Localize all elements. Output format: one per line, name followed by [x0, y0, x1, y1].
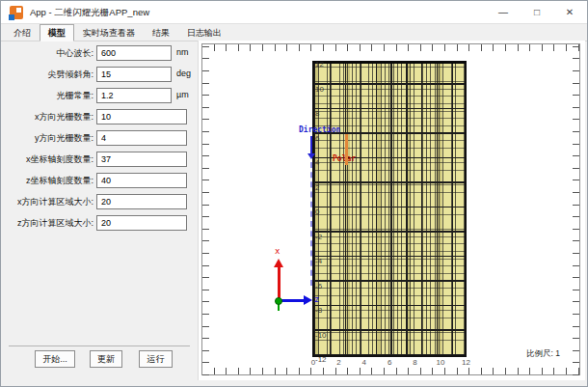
field-unit: deg	[176, 69, 191, 78]
axis-x-arrow	[278, 266, 281, 301]
app-window: App - 二维闪耀光栅APP_new —□✕ 介绍模型实时场查看器结果日志输出…	[0, 0, 588, 387]
ruler-bottom	[201, 368, 580, 375]
field-label: z方向计算区域大小:	[1, 217, 94, 230]
update-button[interactable]: 更新	[90, 350, 122, 368]
field-label: y方向光栅数量:	[1, 132, 94, 145]
y-tick-label: 10	[315, 85, 324, 94]
field-label: 光栅常量:	[1, 90, 94, 102]
x-tick-label: 4	[357, 358, 372, 367]
field-input-5[interactable]	[96, 152, 187, 167]
y-tick-label: 0	[315, 207, 319, 216]
parameter-panel: 中心波长:nm尖劈倾斜角:deg光栅常量:µmx方向光栅数量:y方向光栅数量:x…	[1, 41, 198, 387]
form-row: z方向计算区域大小:	[1, 215, 198, 231]
app-icon	[10, 6, 23, 19]
axis-z-arrowhead-icon	[304, 295, 312, 305]
y-tick-label: 6	[315, 134, 319, 143]
form-row: x方向计算区域大小:	[1, 194, 198, 209]
x-tick-label: 6	[382, 358, 397, 367]
field-label: 中心波长:	[1, 47, 94, 60]
axis-origin-dot	[275, 297, 282, 305]
y-tick-label: 2	[315, 183, 319, 192]
form-row: 中心波长:nm	[1, 45, 198, 61]
y-tick-label: -8	[315, 306, 322, 315]
form-row: x坐标轴刻度数量:	[1, 152, 198, 167]
direction-annotation: Direction	[299, 125, 340, 134]
x-tick-label: 12	[458, 358, 473, 367]
field-input-4[interactable]	[96, 130, 187, 146]
field-input-6[interactable]	[96, 173, 187, 188]
axis-z-arrow	[279, 299, 306, 302]
divider-line	[9, 346, 190, 346]
axis-x-arrowhead-icon	[274, 259, 283, 267]
polarization-marker	[345, 134, 348, 165]
field-label: x坐标轴刻度数量:	[1, 153, 94, 166]
tab-介绍[interactable]: 介绍	[5, 24, 40, 41]
field-label: 尖劈倾斜角:	[1, 69, 94, 81]
x-tick-label: 2	[331, 358, 346, 367]
start-button[interactable]: 开始...	[35, 350, 75, 368]
form-row: y方向光栅数量:	[1, 130, 198, 146]
direction-arrowhead-icon	[307, 153, 315, 159]
grating-mesh	[312, 61, 467, 357]
field-input-7[interactable]	[96, 194, 187, 209]
field-label: x方向光栅数量:	[1, 111, 94, 124]
field-unit: nm	[176, 47, 189, 57]
y-tick-label: 8	[315, 109, 319, 118]
tab-bar: 介绍模型实时场查看器结果日志输出	[1, 24, 587, 41]
field-input-1[interactable]	[96, 67, 172, 82]
window-title: App - 二维闪耀光栅APP_new	[30, 1, 149, 24]
tab-日志输出[interactable]: 日志输出	[178, 24, 230, 41]
scale-indicator: 比例尺: 1	[526, 348, 560, 360]
axis-z-label: z	[314, 294, 319, 304]
y-tick-label: 4	[315, 158, 319, 167]
form-row: 光栅常量:µm	[1, 88, 198, 103]
field-input-0[interactable]	[96, 45, 172, 61]
y-tick-label: -4	[315, 257, 322, 265]
y-tick-label: -10	[315, 331, 327, 340]
form-row: 尖劈倾斜角:deg	[1, 67, 198, 82]
ruler-left	[201, 43, 209, 375]
field-label: x方向计算区域大小:	[1, 196, 94, 208]
field-input-8[interactable]	[96, 215, 187, 231]
field-input-3[interactable]	[96, 109, 187, 124]
direction-arrow	[310, 136, 312, 153]
x-tick-label: 10	[433, 358, 448, 367]
close-button[interactable]: ✕	[553, 1, 586, 24]
run-button[interactable]: 运行	[139, 350, 173, 368]
field-unit: µm	[176, 90, 189, 99]
minimize-button[interactable]: —	[487, 1, 520, 24]
field-input-2[interactable]	[96, 88, 172, 103]
model-view-panel: 024681012 121086420-2-4-6-8-10-12 Direct…	[198, 41, 585, 380]
tab-模型[interactable]: 模型	[40, 24, 74, 41]
axis-x-label: x	[275, 246, 280, 256]
ruler-right	[573, 43, 580, 375]
x-tick-label: 8	[408, 358, 423, 367]
direction-dashed-line	[310, 162, 312, 286]
tab-实时场查看器[interactable]: 实时场查看器	[74, 24, 144, 41]
y-tick-label: -2	[315, 233, 322, 241]
ruler-top	[201, 43, 580, 51]
y-tick-label: -12	[315, 355, 327, 364]
y-tick-label: 12	[315, 60, 324, 69]
title-bar: App - 二维闪耀光栅APP_new —□✕	[1, 1, 587, 24]
field-label: z坐标轴刻度数量:	[1, 175, 94, 187]
y-tick-label: -6	[315, 282, 322, 290]
form-row: z坐标轴刻度数量:	[1, 173, 198, 188]
maximize-button[interactable]: □	[521, 1, 553, 24]
form-row: x方向光栅数量:	[1, 109, 198, 124]
tab-结果[interactable]: 结果	[144, 24, 178, 41]
